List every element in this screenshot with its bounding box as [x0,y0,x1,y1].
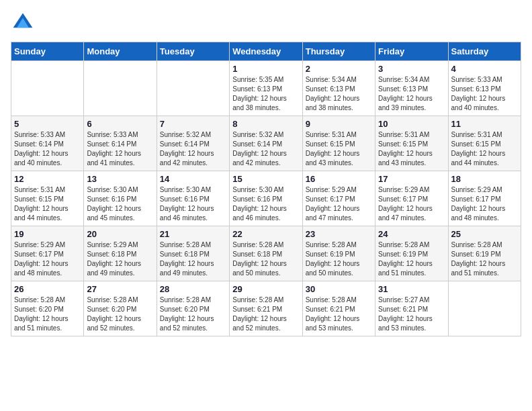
day-number: 26 [14,284,81,294]
calendar-day-cell: 11Sunrise: 5:31 AM Sunset: 6:15 PM Dayli… [448,116,521,171]
day-number: 9 [306,119,372,129]
page-header [11,11,521,35]
day-info: Sunrise: 5:28 AM Sunset: 6:21 PM Dayligh… [232,295,299,333]
day-info: Sunrise: 5:32 AM Sunset: 6:14 PM Dayligh… [160,130,226,168]
day-of-week-header: Wednesday [230,42,302,61]
day-number: 23 [306,229,372,239]
day-number: 3 [378,64,445,74]
calendar-week-row: 19Sunrise: 5:29 AM Sunset: 6:17 PM Dayli… [11,226,521,281]
calendar-day-cell: 18Sunrise: 5:29 AM Sunset: 6:17 PM Dayli… [448,171,521,226]
calendar-day-cell [448,281,521,336]
calendar-day-cell: 19Sunrise: 5:29 AM Sunset: 6:17 PM Dayli… [11,226,84,281]
day-number: 16 [306,174,372,184]
day-info: Sunrise: 5:28 AM Sunset: 6:18 PM Dayligh… [232,240,299,278]
day-info: Sunrise: 5:33 AM Sunset: 6:14 PM Dayligh… [87,130,153,168]
day-number: 4 [451,64,518,74]
calendar-week-row: 1Sunrise: 5:35 AM Sunset: 6:13 PM Daylig… [11,61,521,116]
day-info: Sunrise: 5:34 AM Sunset: 6:13 PM Dayligh… [378,75,445,113]
day-of-week-header: Tuesday [157,42,229,61]
calendar-day-cell: 31Sunrise: 5:27 AM Sunset: 6:21 PM Dayli… [375,281,448,336]
calendar-day-cell: 13Sunrise: 5:30 AM Sunset: 6:16 PM Dayli… [84,171,157,226]
calendar-day-cell: 10Sunrise: 5:31 AM Sunset: 6:15 PM Dayli… [375,116,448,171]
day-info: Sunrise: 5:31 AM Sunset: 6:15 PM Dayligh… [306,130,372,168]
day-number: 13 [87,174,153,184]
calendar-day-cell: 22Sunrise: 5:28 AM Sunset: 6:18 PM Dayli… [230,226,302,281]
day-info: Sunrise: 5:29 AM Sunset: 6:17 PM Dayligh… [14,240,81,278]
calendar-day-cell: 8Sunrise: 5:32 AM Sunset: 6:14 PM Daylig… [230,116,302,171]
calendar-day-cell: 12Sunrise: 5:31 AM Sunset: 6:15 PM Dayli… [11,171,84,226]
day-number: 14 [160,174,226,184]
day-number: 15 [232,174,299,184]
day-info: Sunrise: 5:28 AM Sunset: 6:19 PM Dayligh… [451,240,518,278]
day-info: Sunrise: 5:32 AM Sunset: 6:14 PM Dayligh… [232,130,299,168]
day-of-week-header: Monday [84,42,157,61]
day-info: Sunrise: 5:28 AM Sunset: 6:20 PM Dayligh… [14,295,81,333]
calendar-day-cell: 9Sunrise: 5:31 AM Sunset: 6:15 PM Daylig… [302,116,375,171]
day-info: Sunrise: 5:33 AM Sunset: 6:13 PM Dayligh… [451,75,518,113]
day-number: 11 [451,119,518,129]
day-number: 6 [87,119,153,129]
day-of-week-header: Saturday [448,42,521,61]
day-number: 19 [14,229,81,239]
day-number: 29 [232,284,299,294]
day-number: 20 [87,229,153,239]
calendar-table: SundayMondayTuesdayWednesdayThursdayFrid… [11,42,521,336]
calendar-day-cell: 24Sunrise: 5:28 AM Sunset: 6:19 PM Dayli… [375,226,448,281]
calendar-day-cell: 30Sunrise: 5:28 AM Sunset: 6:21 PM Dayli… [302,281,375,336]
day-number: 17 [378,174,445,184]
calendar-day-cell: 5Sunrise: 5:33 AM Sunset: 6:14 PM Daylig… [11,116,84,171]
day-number: 21 [160,229,226,239]
calendar-day-cell: 2Sunrise: 5:34 AM Sunset: 6:13 PM Daylig… [302,61,375,116]
calendar-day-cell: 7Sunrise: 5:32 AM Sunset: 6:14 PM Daylig… [157,116,229,171]
calendar-day-cell: 26Sunrise: 5:28 AM Sunset: 6:20 PM Dayli… [11,281,84,336]
day-number: 5 [14,119,81,129]
logo-icon [11,11,35,35]
day-number: 24 [378,229,445,239]
day-number: 10 [378,119,445,129]
calendar-day-cell: 1Sunrise: 5:35 AM Sunset: 6:13 PM Daylig… [230,61,302,116]
day-info: Sunrise: 5:34 AM Sunset: 6:13 PM Dayligh… [306,75,372,113]
day-number: 18 [451,174,518,184]
day-number: 7 [160,119,226,129]
day-number: 27 [87,284,153,294]
day-info: Sunrise: 5:29 AM Sunset: 6:18 PM Dayligh… [87,240,153,278]
day-info: Sunrise: 5:33 AM Sunset: 6:14 PM Dayligh… [14,130,81,168]
day-info: Sunrise: 5:30 AM Sunset: 6:16 PM Dayligh… [160,185,226,223]
calendar-week-row: 12Sunrise: 5:31 AM Sunset: 6:15 PM Dayli… [11,171,521,226]
day-info: Sunrise: 5:27 AM Sunset: 6:21 PM Dayligh… [378,295,445,333]
calendar-day-cell: 20Sunrise: 5:29 AM Sunset: 6:18 PM Dayli… [84,226,157,281]
day-of-week-header: Sunday [11,42,84,61]
day-number: 2 [306,64,372,74]
calendar-week-row: 5Sunrise: 5:33 AM Sunset: 6:14 PM Daylig… [11,116,521,171]
calendar-day-cell: 25Sunrise: 5:28 AM Sunset: 6:19 PM Dayli… [448,226,521,281]
calendar-day-cell: 3Sunrise: 5:34 AM Sunset: 6:13 PM Daylig… [375,61,448,116]
day-info: Sunrise: 5:35 AM Sunset: 6:13 PM Dayligh… [232,75,299,113]
day-number: 8 [232,119,299,129]
calendar-day-cell: 4Sunrise: 5:33 AM Sunset: 6:13 PM Daylig… [448,61,521,116]
calendar-day-cell: 17Sunrise: 5:29 AM Sunset: 6:17 PM Dayli… [375,171,448,226]
day-info: Sunrise: 5:31 AM Sunset: 6:15 PM Dayligh… [14,185,81,223]
calendar-day-cell: 21Sunrise: 5:28 AM Sunset: 6:18 PM Dayli… [157,226,229,281]
day-info: Sunrise: 5:29 AM Sunset: 6:17 PM Dayligh… [451,185,518,223]
day-of-week-header: Friday [375,42,448,61]
day-number: 31 [378,284,445,294]
day-number: 25 [451,229,518,239]
day-info: Sunrise: 5:28 AM Sunset: 6:20 PM Dayligh… [87,295,153,333]
day-number: 30 [306,284,372,294]
calendar-day-cell [11,61,84,116]
day-info: Sunrise: 5:29 AM Sunset: 6:17 PM Dayligh… [378,185,445,223]
day-info: Sunrise: 5:31 AM Sunset: 6:15 PM Dayligh… [451,130,518,168]
logo [11,11,38,35]
day-info: Sunrise: 5:28 AM Sunset: 6:19 PM Dayligh… [306,240,372,278]
calendar-day-cell: 29Sunrise: 5:28 AM Sunset: 6:21 PM Dayli… [230,281,302,336]
day-info: Sunrise: 5:28 AM Sunset: 6:19 PM Dayligh… [378,240,445,278]
calendar-day-cell: 16Sunrise: 5:29 AM Sunset: 6:17 PM Dayli… [302,171,375,226]
day-info: Sunrise: 5:31 AM Sunset: 6:15 PM Dayligh… [378,130,445,168]
calendar-day-cell: 6Sunrise: 5:33 AM Sunset: 6:14 PM Daylig… [84,116,157,171]
calendar-day-cell: 27Sunrise: 5:28 AM Sunset: 6:20 PM Dayli… [84,281,157,336]
day-info: Sunrise: 5:28 AM Sunset: 6:18 PM Dayligh… [160,240,226,278]
day-number: 22 [232,229,299,239]
calendar-day-cell: 28Sunrise: 5:28 AM Sunset: 6:20 PM Dayli… [157,281,229,336]
calendar-day-cell: 23Sunrise: 5:28 AM Sunset: 6:19 PM Dayli… [302,226,375,281]
calendar-day-cell [84,61,157,116]
